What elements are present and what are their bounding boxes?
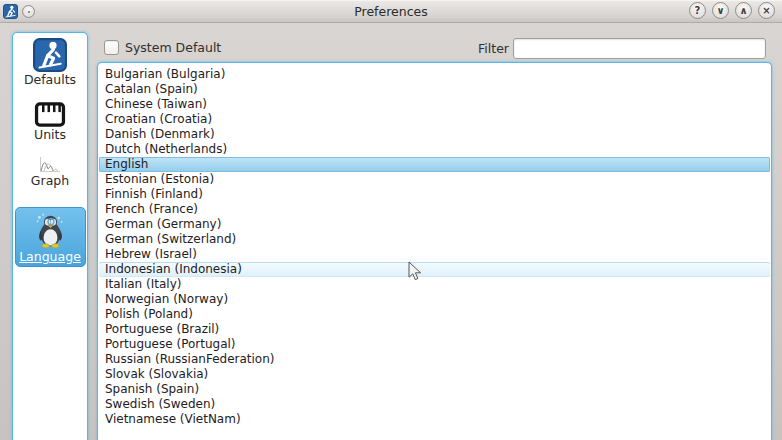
language-list: Bulgarian (Bulgaria)Catalan (Spain)Chine…: [97, 62, 772, 440]
language-row[interactable]: Spanish (Spain): [99, 382, 770, 397]
graph-icon: [39, 156, 61, 173]
language-row[interactable]: Russian (RussianFederation): [99, 352, 770, 367]
language-row[interactable]: Bulgarian (Bulgaria): [99, 67, 770, 82]
language-row[interactable]: Polish (Poland): [99, 307, 770, 322]
sidebar-item-defaults[interactable]: Defaults: [15, 38, 85, 87]
penguin-icon: [32, 212, 69, 249]
main-area: DefaultsUnitsGraphLanguage System Defaul…: [0, 23, 782, 440]
filter-input[interactable]: [513, 38, 766, 59]
language-row[interactable]: German (Germany): [99, 217, 770, 232]
minimize-button[interactable]: ∨: [712, 2, 729, 19]
system-default-checkbox[interactable]: [104, 40, 119, 55]
language-row[interactable]: Slovak (Slovakia): [99, 367, 770, 382]
sidebar-item-label: Graph: [31, 173, 69, 188]
ruler-icon: [34, 102, 66, 127]
sidebar-item-label: Defaults: [24, 72, 76, 87]
sidebar-item-graph[interactable]: Graph: [15, 156, 85, 188]
athlete-icon: [33, 38, 67, 72]
filter-label: Filter: [478, 41, 509, 56]
system-default-label[interactable]: System Default: [125, 40, 221, 55]
language-row[interactable]: German (Switzerland): [99, 232, 770, 247]
language-row[interactable]: Italian (Italy): [99, 277, 770, 292]
window-title: Preferences: [0, 4, 782, 19]
language-row[interactable]: Finnish (Finland): [99, 187, 770, 202]
language-row[interactable]: Hebrew (Israel): [99, 247, 770, 262]
language-row[interactable]: French (France): [99, 202, 770, 217]
language-row[interactable]: Estonian (Estonia): [99, 172, 770, 187]
language-row[interactable]: Indonesian (Indonesia): [99, 262, 770, 277]
language-row[interactable]: Catalan (Spain): [99, 82, 770, 97]
language-row[interactable]: Danish (Denmark): [99, 127, 770, 142]
language-row[interactable]: Croatian (Croatia): [99, 112, 770, 127]
sidebar: DefaultsUnitsGraphLanguage: [12, 32, 88, 440]
preferences-window: Preferences ?∨∧× DefaultsUnitsGraphLangu…: [0, 0, 782, 440]
language-row[interactable]: Portuguese (Brazil): [99, 322, 770, 337]
sidebar-item-label: Language: [19, 249, 81, 264]
language-row[interactable]: Vietnamese (VietNam): [99, 412, 770, 427]
maximize-button[interactable]: ∧: [735, 2, 752, 19]
language-row[interactable]: English: [99, 157, 770, 172]
language-row[interactable]: Norwegian (Norway): [99, 292, 770, 307]
language-row[interactable]: Chinese (Taiwan): [99, 97, 770, 112]
close-button[interactable]: ×: [758, 2, 775, 19]
sidebar-item-language[interactable]: Language: [15, 207, 86, 267]
sidebar-item-label: Units: [34, 127, 66, 142]
titlebar-buttons: ?∨∧×: [689, 2, 775, 19]
titlebar: Preferences ?∨∧×: [0, 0, 782, 23]
language-row[interactable]: Portuguese (Portugal): [99, 337, 770, 352]
help-button[interactable]: ?: [689, 2, 706, 19]
sidebar-item-units[interactable]: Units: [15, 102, 85, 142]
language-row[interactable]: Dutch (Netherlands): [99, 142, 770, 157]
language-row[interactable]: Swedish (Sweden): [99, 397, 770, 412]
